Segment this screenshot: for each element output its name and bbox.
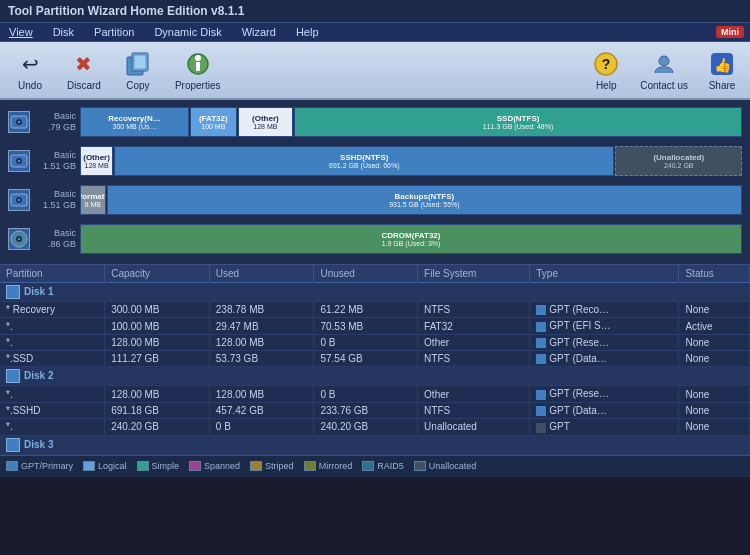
- partition-block[interactable]: (Unformatte… 8 MB: [80, 185, 106, 215]
- mini-badge: Mini: [716, 26, 744, 38]
- legend-color-box: [6, 461, 18, 471]
- undo-label: Undo: [18, 80, 42, 91]
- properties-button[interactable]: Properties: [168, 47, 228, 94]
- partition-block[interactable]: (Unallocated) 240.2 GB: [615, 146, 742, 176]
- cell-type: GPT (Reco…: [530, 302, 679, 318]
- cell-capacity: 128.00 MB: [105, 334, 210, 350]
- legend-label: RAID5: [377, 461, 404, 471]
- cell-status: None: [679, 402, 750, 418]
- help-button[interactable]: ? Help: [586, 48, 626, 93]
- cell-used: 128.00 MB: [209, 386, 314, 402]
- table-row[interactable]: * Recovery 300.00 MB 238.78 MB 61.22 MB …: [0, 302, 750, 318]
- table-row[interactable]: *. 128.00 MB 128.00 MB 0 B Other GPT (Re…: [0, 334, 750, 350]
- disk-row-1: Basic1.51 GB (Other) 128 MB SSHD(NTFS) 6…: [8, 143, 742, 179]
- properties-icon: [184, 50, 212, 78]
- cell-partition: *.: [0, 386, 105, 402]
- cell-partition: *.: [0, 419, 105, 435]
- share-button[interactable]: 👍 Share: [702, 48, 742, 93]
- type-dot: [536, 423, 546, 433]
- partition-table: Partition Capacity Used Unused File Syst…: [0, 265, 750, 455]
- disk-0-icon: [8, 111, 30, 133]
- cell-unused: 70.53 MB: [314, 318, 418, 334]
- table-row[interactable]: *. 100.00 MB 29.47 MB 70.53 MB FAT32 GPT…: [0, 318, 750, 334]
- contact-button[interactable]: Contact us: [634, 48, 694, 93]
- legend-item: RAID5: [362, 461, 404, 471]
- menu-view[interactable]: View: [6, 25, 36, 39]
- menu-disk[interactable]: Disk: [50, 25, 77, 39]
- cell-unused: 0 B: [314, 386, 418, 402]
- legend-color-box: [304, 461, 316, 471]
- cell-type: GPT (Rese…: [530, 386, 679, 402]
- disk-row-0: Basic.79 GB Recovery(N… 300 MB (Us… (FAT…: [8, 104, 742, 140]
- legend-color-box: [83, 461, 95, 471]
- disk-2-label: Basic1.51 GB: [34, 189, 76, 211]
- disk-3-icon: [8, 228, 30, 250]
- share-icon: 👍: [708, 50, 736, 78]
- cell-status: None: [679, 351, 750, 367]
- partition-block[interactable]: (Other) 128 MB: [238, 107, 294, 137]
- cell-used: 457.42 GB: [209, 402, 314, 418]
- col-type: Type: [530, 265, 679, 283]
- partition-block[interactable]: Backups(NTFS) 931.5 GB (Used: 55%): [107, 185, 742, 215]
- svg-point-4: [195, 55, 201, 61]
- legend-item: Logical: [83, 461, 127, 471]
- partition-block[interactable]: CDROM(FAT32) 1.9 GB (Used: 3%): [80, 224, 742, 254]
- type-dot: [536, 338, 546, 348]
- cell-type: GPT (Data…: [530, 351, 679, 367]
- menu-wizard[interactable]: Wizard: [239, 25, 279, 39]
- legend-color-box: [189, 461, 201, 471]
- partition-block[interactable]: (FAT32) 100 MB: [190, 107, 237, 137]
- copy-icon: [124, 50, 152, 78]
- svg-text:👍: 👍: [714, 57, 732, 74]
- cell-fs: Other: [418, 334, 530, 350]
- contact-icon: [650, 50, 678, 78]
- col-status: Status: [679, 265, 750, 283]
- legend-label: GPT/Primary: [21, 461, 73, 471]
- legend-item: Spanned: [189, 461, 240, 471]
- type-dot: [536, 305, 546, 315]
- legend-color-box: [414, 461, 426, 471]
- menu-dynamic-disk[interactable]: Dynamic Disk: [151, 25, 224, 39]
- cell-unused: 233.76 GB: [314, 402, 418, 418]
- cell-status: None: [679, 302, 750, 318]
- undo-button[interactable]: ↩ Undo: [8, 47, 52, 94]
- disk-1-icon: [8, 150, 30, 172]
- table-row[interactable]: *. 240.20 GB 0 B 240.20 GB Unallocated G…: [0, 419, 750, 435]
- col-used: Used: [209, 265, 314, 283]
- disk-header-icon: [6, 369, 20, 383]
- legend-label: Striped: [265, 461, 294, 471]
- svg-point-19: [18, 199, 20, 201]
- legend-item: Unallocated: [414, 461, 477, 471]
- cell-used: 0 B: [209, 419, 314, 435]
- cell-status: None: [679, 419, 750, 435]
- disk-header-row: Disk 3: [0, 435, 750, 454]
- type-dot: [536, 354, 546, 364]
- share-label: Share: [709, 80, 736, 91]
- legend-item: Mirrored: [304, 461, 353, 471]
- table-row[interactable]: *.SSD 111.27 GB 53.73 GB 57.54 GB NTFS G…: [0, 351, 750, 367]
- cell-used: 53.73 GB: [209, 351, 314, 367]
- table-row[interactable]: *. 128.00 MB 128.00 MB 0 B Other GPT (Re…: [0, 386, 750, 402]
- cell-fs: NTFS: [418, 402, 530, 418]
- discard-label: Discard: [67, 80, 101, 91]
- disk-2-icon: [8, 189, 30, 211]
- menu-partition[interactable]: Partition: [91, 25, 137, 39]
- disk-3-label: Basic.86 GB: [34, 228, 76, 250]
- menu-bar: View Disk Partition Dynamic Disk Wizard …: [0, 23, 750, 42]
- col-filesystem: File System: [418, 265, 530, 283]
- discard-button[interactable]: ✖ Discard: [60, 47, 108, 94]
- legend-label: Spanned: [204, 461, 240, 471]
- partition-block[interactable]: (Other) 128 MB: [80, 146, 113, 176]
- app-title: Tool Partition Wizard Home Edition v8.1.…: [8, 4, 244, 18]
- partition-block[interactable]: SSHD(NTFS) 691.2 GB (Used: 66%): [114, 146, 614, 176]
- partition-block[interactable]: SSD(NTFS) 111.3 GB (Used: 48%): [294, 107, 742, 137]
- cell-capacity: 300.00 MB: [105, 302, 210, 318]
- cell-partition: *.SSHD: [0, 402, 105, 418]
- menu-help[interactable]: Help: [293, 25, 322, 39]
- partition-block[interactable]: Recovery(N… 300 MB (Us…: [80, 107, 189, 137]
- svg-point-22: [18, 238, 20, 240]
- copy-button[interactable]: Copy: [116, 47, 160, 94]
- table-row[interactable]: *.SSHD 691.18 GB 457.42 GB 233.76 GB NTF…: [0, 402, 750, 418]
- cell-status: None: [679, 386, 750, 402]
- properties-label: Properties: [175, 80, 221, 91]
